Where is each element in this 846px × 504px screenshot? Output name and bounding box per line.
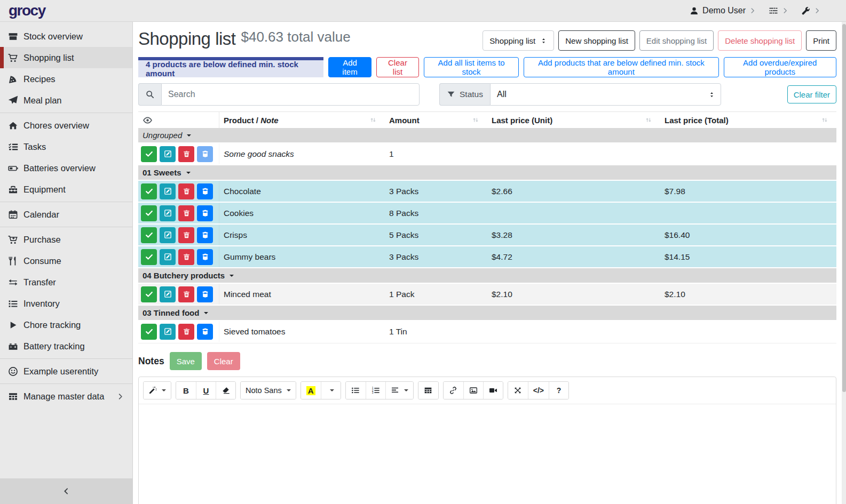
clear-filter-button[interactable]: Clear filter [787, 85, 836, 103]
product-overview-button[interactable] [197, 324, 213, 340]
done-button[interactable] [141, 286, 157, 302]
scrollbar[interactable] [842, 22, 846, 504]
edit-item-button[interactable] [160, 227, 176, 243]
delete-item-button[interactable] [178, 205, 194, 221]
edit-shopping-list-button[interactable]: Edit shopping list [639, 30, 714, 51]
new-shopping-list-button[interactable]: New shopping list [558, 30, 635, 51]
add-all-to-stock-button[interactable]: Add all list items to stock [424, 57, 519, 77]
sidebar-item-consume[interactable]: Consume [0, 250, 132, 271]
delete-item-button[interactable] [178, 146, 194, 162]
sort-icon[interactable] [821, 116, 828, 124]
sidebar-item-tasks[interactable]: Tasks [0, 136, 132, 157]
eye-icon[interactable] [143, 115, 153, 125]
product-overview-button[interactable] [197, 146, 213, 162]
product-column-header[interactable]: Product / Note [219, 112, 385, 128]
edit-item-button[interactable] [160, 249, 176, 265]
clear-formatting-button[interactable] [216, 382, 235, 399]
delete-item-button[interactable] [178, 324, 194, 340]
font-color-button[interactable]: A [301, 382, 321, 399]
save-notes-button[interactable]: Save [170, 352, 202, 370]
sidebar-item-chore-tracking[interactable]: Chore tracking [0, 314, 132, 335]
sidebar-item-calendar[interactable]: Calendar [0, 204, 132, 225]
product-overview-button[interactable] [197, 286, 213, 302]
sidebar-item-stock-overview[interactable]: Stock overview [0, 26, 132, 47]
user-menu[interactable]: Demo User [690, 6, 756, 15]
settings-menu[interactable] [769, 6, 788, 15]
add-overdue-button[interactable]: Add overdue/expired products [724, 57, 837, 77]
row-actions [138, 225, 219, 245]
clear-list-button[interactable]: Clear list [376, 57, 419, 77]
insert-picture-button[interactable] [463, 382, 483, 399]
sidebar-item-inventory[interactable]: Inventory [0, 293, 132, 314]
sidebar-item-transfer[interactable]: Transfer [0, 271, 132, 293]
product-cell: Sieved tomatoes [219, 327, 385, 337]
paragraph-style-button[interactable] [385, 382, 413, 399]
product-overview-button[interactable] [197, 183, 213, 199]
ordered-list-button[interactable] [366, 382, 385, 399]
sidebar-item-manage-master-data[interactable]: Manage master data [0, 386, 132, 407]
done-button[interactable] [141, 205, 157, 221]
sidebar-item-batteries-overview[interactable]: Batteries overview [0, 157, 132, 179]
font-color-dropdown-button[interactable] [321, 382, 341, 399]
total-price-column-header[interactable]: Last price (Total) [660, 112, 836, 128]
insert-table-button[interactable] [418, 382, 438, 399]
amount-column-header[interactable]: Amount [385, 112, 487, 128]
sort-icon[interactable] [645, 116, 652, 124]
notes-editor-content[interactable] [139, 404, 836, 504]
add-below-min-stock-button[interactable]: Add products that are below defined min.… [524, 57, 718, 77]
insert-video-button[interactable] [483, 382, 503, 399]
underline-button[interactable]: U [196, 382, 216, 399]
group-row-04-butchery-products[interactable]: 04 Butchery products [138, 268, 836, 284]
sidebar-item-meal-plan[interactable]: Meal plan [0, 90, 132, 111]
done-button[interactable] [141, 146, 157, 162]
done-button[interactable] [141, 183, 157, 199]
sidebar-item-shopping-list[interactable]: Shopping list [0, 47, 132, 68]
edit-item-button[interactable] [160, 324, 176, 340]
done-button[interactable] [141, 249, 157, 265]
delete-item-button[interactable] [178, 249, 194, 265]
print-button[interactable]: Print [806, 30, 836, 51]
sort-icon[interactable] [369, 116, 377, 124]
bold-button[interactable]: B [176, 382, 196, 399]
group-row-03-tinned-food[interactable]: 03 Tinned food [138, 306, 836, 321]
group-row-01-sweets[interactable]: 01 Sweets [138, 165, 836, 181]
insert-link-button[interactable] [444, 382, 463, 399]
edit-item-button[interactable] [160, 146, 176, 162]
code-view-button[interactable]: </> [528, 382, 549, 399]
product-overview-button[interactable] [197, 205, 213, 221]
sidebar-item-equipment[interactable]: Equipment [0, 179, 132, 200]
edit-item-button[interactable] [160, 183, 176, 199]
sidebar-item-chores-overview[interactable]: Chores overview [0, 115, 132, 136]
delete-item-button[interactable] [178, 227, 194, 243]
delete-shopping-list-button[interactable]: Delete shopping list [718, 30, 802, 51]
sidebar-item-purchase[interactable]: Purchase [0, 229, 132, 250]
search-input[interactable] [161, 83, 420, 106]
fullscreen-button[interactable] [508, 382, 528, 399]
delete-item-button[interactable] [178, 286, 194, 302]
admin-menu[interactable] [801, 6, 820, 15]
sidebar-collapse-button[interactable] [0, 478, 132, 504]
scrollbar-thumb[interactable] [842, 24, 846, 392]
shopping-list-select[interactable]: Shopping list [483, 30, 554, 51]
status-filter-select[interactable]: All [490, 83, 721, 106]
edit-item-button[interactable] [160, 205, 176, 221]
add-item-button[interactable]: Add item [328, 57, 371, 77]
app-logo[interactable]: grocy [9, 2, 45, 19]
style-button[interactable] [144, 382, 171, 399]
unordered-list-button[interactable] [346, 382, 366, 399]
product-overview-button[interactable] [197, 227, 213, 243]
done-button[interactable] [141, 324, 157, 340]
sort-icon[interactable] [472, 116, 479, 124]
font-family-button[interactable]: Noto Sans [241, 382, 296, 399]
unit-price-column-header[interactable]: Last price (Unit) [487, 112, 660, 128]
product-overview-button[interactable] [197, 249, 213, 265]
edit-item-button[interactable] [160, 286, 176, 302]
sidebar-item-battery-tracking[interactable]: Battery tracking [0, 335, 132, 357]
delete-item-button[interactable] [178, 183, 194, 199]
clear-notes-button[interactable]: Clear [207, 352, 240, 370]
group-row-ungrouped[interactable]: Ungrouped [138, 128, 836, 143]
help-button[interactable]: ? [549, 382, 568, 399]
sidebar-item-recipes[interactable]: Recipes [0, 68, 132, 90]
sidebar-item-example-userentity[interactable]: Example userentity [0, 361, 132, 382]
done-button[interactable] [141, 227, 157, 243]
